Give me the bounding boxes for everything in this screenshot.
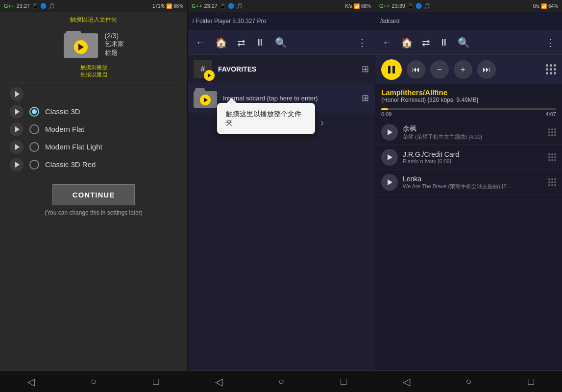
hash-play-btn[interactable]: [204, 70, 215, 81]
progress-times: 0:09 4:07: [381, 111, 556, 117]
continue-button[interactable]: CONTINUE: [52, 184, 135, 205]
grid-icon-2[interactable]: ⊞: [362, 64, 369, 74]
td-9: [554, 134, 556, 136]
shuffle-icon-3[interactable]: ⇄: [422, 37, 430, 49]
prev-icon: ⏮: [412, 65, 420, 74]
skin-radio-1[interactable]: [29, 107, 39, 117]
status-bar-3: G++ 23:39 📱 🔵 🎵 0/s 📶 64%: [375, 0, 562, 12]
section-title-favorites: FAVORITES: [218, 65, 356, 73]
pause-icon-3[interactable]: ⏸: [439, 37, 449, 48]
signal-1: 171/8: [152, 3, 165, 9]
track-play-btn-2[interactable]: [381, 174, 398, 191]
tip-hold-text: 长按以重启: [0, 71, 187, 78]
plus-button[interactable]: +: [454, 60, 472, 79]
pause-icon-2[interactable]: ⏸: [255, 37, 265, 48]
home-btn-2[interactable]: ○: [267, 376, 296, 387]
track-dots-0[interactable]: [548, 128, 556, 136]
panel-now-playing: G++ 23:39 📱 🔵 🎵 0/s 📶 64% /sdcard ← 🏠 ⇄ …: [375, 0, 562, 392]
skin-item-2[interactable]: Modern Flat: [10, 122, 177, 136]
skin-item-3[interactable]: Modern Flat Light: [10, 140, 177, 154]
minus-button[interactable]: −: [430, 60, 449, 79]
track-name-0: 余枫: [403, 124, 543, 133]
folder-grid-icon[interactable]: ⊞: [362, 93, 369, 103]
home-btn-1[interactable]: ○: [79, 376, 108, 387]
panel-skin-selector: G++ 23:27 📱 🔵 🎵 171/8 📶 68% 触摸以进入文件夹 (2/…: [0, 0, 188, 392]
nav-bar-2: ← 🏠 ⇄ ⏸ 🔍 ⋮: [188, 30, 375, 55]
back-icon-2[interactable]: ←: [195, 37, 205, 48]
status-right-3: 0/s 📶 64%: [533, 3, 558, 9]
skin-radio-2[interactable]: [29, 124, 39, 134]
shuffle-icon-2[interactable]: ⇄: [237, 37, 245, 49]
skin-item-1[interactable]: Classic 3D: [10, 105, 177, 119]
skin-play-tri-3: [15, 144, 20, 150]
home-btn-3[interactable]: ○: [454, 376, 484, 387]
home-icon-2[interactable]: 🏠: [215, 37, 227, 49]
back-btn-3[interactable]: ◁: [392, 376, 421, 388]
bottom-nav-2: ◁ ○ □: [188, 370, 375, 392]
prev-button[interactable]: ⏮: [407, 60, 425, 79]
status-left-2: G++ 23:27 📱 🔵 🎵: [192, 3, 243, 9]
more-icon-3[interactable]: ⋮: [545, 37, 555, 49]
folder-entry-label: Internal sdcard (tap here to enter): [223, 95, 356, 102]
recents-btn-2[interactable]: □: [329, 376, 358, 387]
pause-icon-symbol: [388, 66, 395, 74]
track-dots-2[interactable]: [548, 178, 556, 186]
path-label-3: /sdcard: [380, 18, 399, 24]
track-item-1[interactable]: J.R.G./Credit Card Plastic n Ivory [6:09…: [375, 145, 562, 170]
dot-1: [546, 64, 548, 67]
pause-bar-1: [388, 66, 391, 74]
td-2: [551, 128, 553, 130]
track-dots-1[interactable]: [548, 153, 556, 161]
dot-2: [550, 64, 552, 67]
dot-6: [554, 68, 556, 71]
fe-tri: [204, 98, 208, 102]
skin-item-4[interactable]: Classic 3D Red: [10, 158, 177, 172]
app-label-3: G++: [379, 3, 390, 9]
nav-bar-3: ← 🏠 ⇄ ⏸ 🔍 ⋮: [375, 30, 562, 55]
back-icon-3[interactable]: ←: [382, 37, 392, 48]
skin-radio-dot-1: [32, 109, 37, 114]
plus-icon: +: [461, 65, 465, 74]
panel-folder-player: G++ 23:27 📱 🔵 🎵 K/s 📶 68% / Folder Playe…: [188, 0, 375, 392]
search-icon-3[interactable]: 🔍: [458, 37, 470, 49]
search-icon-2[interactable]: 🔍: [275, 37, 287, 49]
skin-play-btn-0[interactable]: [10, 87, 24, 101]
folder-play-overlay[interactable]: [74, 40, 88, 54]
skin-radio-3[interactable]: [29, 142, 39, 152]
track-play-btn-1[interactable]: [381, 149, 398, 166]
td-8: [551, 134, 553, 136]
skin-radio-4[interactable]: [29, 160, 39, 170]
recents-btn-1[interactable]: □: [141, 376, 171, 387]
app-label-2: G++: [192, 3, 202, 9]
dot-9: [554, 72, 556, 74]
track-item-0[interactable]: 余枫 荣耀 (荣耀手机中文主题曲) [4:00]: [375, 120, 562, 145]
recents-btn-3[interactable]: □: [516, 376, 546, 387]
tooltip-arrow-icon: ›: [320, 117, 324, 129]
more-icon-2[interactable]: ⋮: [357, 37, 367, 49]
skin-play-btn-2[interactable]: [10, 122, 24, 136]
track-play-btn-0[interactable]: [381, 124, 398, 141]
tip-play-hold: 触摸则播放 长按以重启: [0, 63, 187, 82]
skin-play-btn-3[interactable]: [10, 140, 24, 154]
fe-play[interactable]: [200, 95, 211, 105]
bottom-nav-3: ◁ ○ □: [375, 370, 562, 392]
skin-play-btn-4[interactable]: [10, 158, 24, 172]
skin-play-btn-1[interactable]: [10, 105, 24, 119]
album-area: (2/3) 艺术家 标题: [0, 26, 187, 63]
track-name-2: Lenka: [403, 175, 543, 183]
progress-bar-container[interactable]: 0:09 4:07: [381, 108, 556, 117]
grid-dots-player[interactable]: [546, 64, 556, 74]
pause-button[interactable]: [381, 59, 402, 80]
tip-play-text: 触摸则播放: [0, 64, 187, 71]
back-btn-1[interactable]: ◁: [17, 376, 46, 388]
status-icons-1: 📱 🔵 🎵: [32, 3, 55, 9]
status-left-3: G++ 23:39 📱 🔵 🎵: [379, 3, 431, 9]
dot-4: [546, 68, 548, 71]
status-bar-1: G++ 23:27 📱 🔵 🎵 171/8 📶 68%: [0, 0, 187, 12]
status-bar-2: G++ 23:27 📱 🔵 🎵 K/s 📶 68%: [188, 0, 375, 12]
next-button[interactable]: ⏭: [477, 60, 496, 79]
back-btn-2[interactable]: ◁: [204, 376, 234, 388]
status-icons-3: 📱 🔵 🎵: [407, 3, 431, 9]
home-icon-3[interactable]: 🏠: [401, 37, 413, 49]
track-item-2[interactable]: Lenka We Are The Brave (荣耀手机全球主题曲) [2:..…: [375, 170, 562, 195]
